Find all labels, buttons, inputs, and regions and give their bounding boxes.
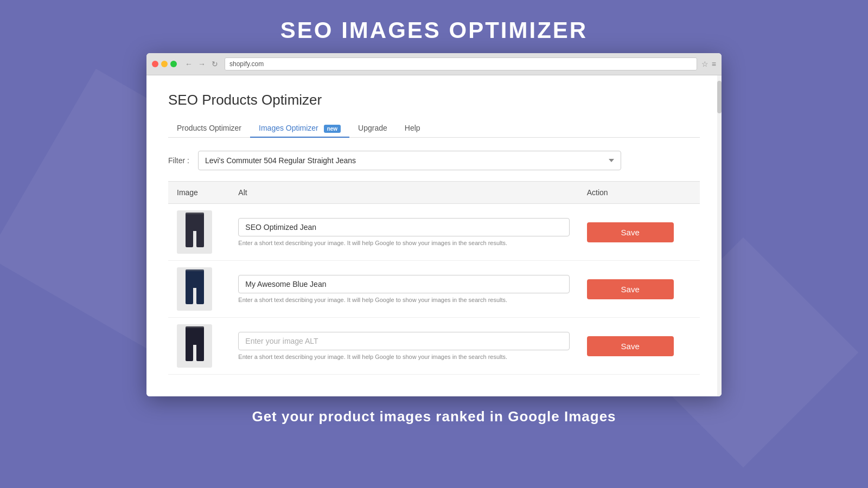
tab-images-optimizer-badge: new (324, 125, 341, 133)
action-cell: Save (578, 261, 700, 318)
alt-cell: Enter a short text describing your image… (229, 261, 578, 318)
browser-window: ← → ↻ shopify.com ☆ ≡ SEO Products Optim… (146, 53, 722, 396)
svg-rect-3 (186, 232, 193, 247)
alt-cell: Enter a short text describing your image… (229, 318, 578, 375)
alt-input-2[interactable] (238, 275, 569, 293)
browser-scrollbar[interactable] (717, 75, 722, 396)
save-button-3[interactable]: Save (587, 336, 674, 356)
tab-images-optimizer-label: Images Optimizer (259, 124, 318, 132)
browser-chrome: ← → ↻ shopify.com ☆ ≡ (146, 53, 722, 75)
table-body: Enter a short text describing your image… (168, 204, 700, 375)
product-image (177, 210, 212, 254)
col-image: Image (168, 182, 229, 204)
table-row: Enter a short text describing your image… (168, 318, 700, 375)
browser-url: shopify.com (229, 60, 264, 68)
table-row: Enter a short text describing your image… (168, 204, 700, 261)
alt-input-1[interactable] (238, 218, 569, 236)
tab-help-label: Help (405, 124, 420, 132)
svg-rect-11 (196, 289, 204, 304)
alt-input-wrapper: Enter a short text describing your image… (238, 218, 569, 246)
svg-rect-13 (186, 269, 204, 271)
alt-hint-2: Enter a short text describing your image… (238, 297, 569, 303)
alt-hint-1: Enter a short text describing your image… (238, 240, 569, 246)
alt-input-wrapper: Enter a short text describing your image… (238, 332, 569, 360)
browser-forward-button[interactable]: → (196, 59, 207, 69)
alt-hint-3: Enter a short text describing your image… (238, 354, 569, 360)
col-action: Action (578, 182, 700, 204)
save-button-1[interactable]: Save (587, 222, 674, 242)
svg-rect-10 (186, 289, 193, 304)
menu-icon[interactable]: ≡ (712, 60, 716, 68)
action-cell: Save (578, 318, 700, 375)
svg-rect-20 (186, 326, 204, 328)
svg-rect-17 (186, 346, 193, 361)
app-content-area: SEO Products Optimizer Products Optimize… (146, 75, 722, 396)
save-button-2[interactable]: Save (587, 279, 674, 299)
star-icon[interactable]: ☆ (701, 60, 709, 68)
browser-nav-buttons: ← → ↻ (183, 59, 220, 69)
browser-minimize-dot[interactable] (161, 61, 168, 67)
tab-products-optimizer-label: Products Optimizer (177, 124, 241, 132)
svg-rect-18 (196, 346, 204, 361)
browser-address-bar[interactable]: shopify.com (225, 57, 697, 70)
browser-body: SEO Products Optimizer Products Optimize… (146, 75, 722, 396)
browser-maximize-dot[interactable] (170, 61, 177, 67)
product-image-cell (168, 318, 229, 375)
table-header: Image Alt Action (168, 182, 700, 204)
tab-upgrade[interactable]: Upgrade (349, 119, 396, 138)
browser-close-dot[interactable] (152, 61, 158, 67)
svg-rect-4 (196, 232, 204, 247)
app-title: SEO Products Optimizer (168, 92, 700, 108)
tab-products-optimizer[interactable]: Products Optimizer (168, 119, 250, 138)
product-image-cell (168, 204, 229, 261)
tab-help[interactable]: Help (396, 119, 429, 138)
browser-back-button[interactable]: ← (183, 59, 194, 69)
browser-scrollbar-thumb[interactable] (717, 81, 722, 113)
browser-traffic-lights (152, 61, 177, 67)
svg-rect-5 (193, 216, 197, 231)
table-row: Enter a short text describing your image… (168, 261, 700, 318)
action-cell: Save (578, 204, 700, 261)
product-image-cell (168, 261, 229, 318)
col-alt: Alt (229, 182, 578, 204)
filter-select[interactable]: Levi's Commuter 504 Regular Straight Jea… (198, 151, 621, 170)
images-table: Image Alt Action (168, 181, 700, 375)
alt-input-wrapper: Enter a short text describing your image… (238, 275, 569, 303)
browser-refresh-button[interactable]: ↻ (209, 59, 220, 69)
tab-upgrade-label: Upgrade (358, 124, 387, 132)
svg-rect-6 (186, 213, 204, 214)
page-footer-text: Get your product images ranked in Google… (252, 408, 616, 425)
svg-rect-19 (193, 330, 197, 345)
tab-bar: Products Optimizer Images Optimizer new … (168, 119, 700, 138)
filter-label: Filter : (168, 156, 189, 165)
table-header-row: Image Alt Action (168, 182, 700, 204)
browser-action-icons: ☆ ≡ (701, 60, 716, 68)
tab-images-optimizer[interactable]: Images Optimizer new (250, 119, 349, 138)
page-main-title: SEO IMAGES OPTIMIZER (280, 17, 588, 43)
filter-row: Filter : Levi's Commuter 504 Regular Str… (168, 151, 700, 170)
alt-cell: Enter a short text describing your image… (229, 204, 578, 261)
svg-rect-12 (193, 273, 197, 288)
alt-input-3[interactable] (238, 332, 569, 350)
product-image (177, 324, 212, 368)
product-image (177, 267, 212, 311)
